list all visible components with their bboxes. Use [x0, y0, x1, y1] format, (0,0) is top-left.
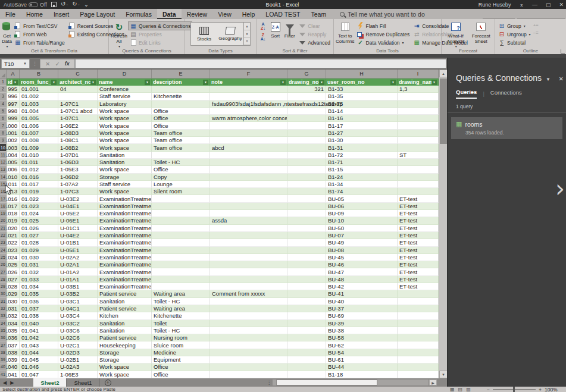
cell-architect_no[interactable]: U-02A3: [58, 363, 98, 371]
cell-note[interactable]: abcd: [210, 144, 287, 151]
cell-room_func_no[interactable]: 01.029: [20, 247, 58, 254]
customize-qat-icon[interactable]: ⌄: [84, 2, 89, 8]
ungroup-button[interactable]: Ungroup▾: [497, 30, 532, 38]
cell-name[interactable]: Storage: [98, 174, 152, 181]
cell-id[interactable]: 1039: [7, 356, 20, 363]
cell-description[interactable]: Copy: [152, 174, 210, 181]
cell-user_room_no[interactable]: BU-44: [326, 363, 398, 371]
table-header-note[interactable]: note▼: [210, 79, 287, 86]
confirm-entry-icon[interactable]: ✓: [55, 61, 60, 67]
cell-description[interactable]: Office: [152, 363, 210, 371]
column-header-c[interactable]: C: [58, 70, 98, 79]
formula-bar-handle[interactable]: ⋮: [30, 61, 40, 67]
cell-user_room_no[interactable]: B1-24: [326, 174, 398, 181]
cell-drawing_no[interactable]: [287, 247, 326, 254]
cell-name[interactable]: Housekeeping: [98, 341, 152, 349]
cell-description[interactable]: Team office: [152, 144, 210, 151]
sort-button[interactable]: Z·A Sort: [269, 20, 282, 39]
row-header-11[interactable]: 11: [0, 152, 7, 159]
menu-tab-load-test[interactable]: LOAD TEST: [260, 9, 305, 19]
edit-links-button[interactable]: Edit Links: [129, 39, 192, 46]
cell-note[interactable]: [210, 137, 287, 144]
cell-drawing_no[interactable]: [287, 166, 326, 173]
cell-name[interactable]: Work space: [98, 371, 152, 378]
from-text-csv-button[interactable]: From Text/CSV: [13, 22, 66, 30]
row-header-19[interactable]: 19: [0, 210, 7, 217]
cell-room_func_no[interactable]: 01.025: [20, 217, 58, 224]
row-header-23[interactable]: 23: [0, 239, 7, 246]
cell-drawing_name[interactable]: [398, 137, 439, 144]
filter-dropdown-icon[interactable]: ▼: [145, 80, 150, 85]
cell-drawing_name[interactable]: [398, 181, 439, 188]
cell-id[interactable]: 1020: [7, 225, 20, 232]
cell-name[interactable]: ExaminationTreatment: [98, 247, 152, 254]
zoom-out-icon[interactable]: −: [487, 387, 490, 392]
cell-id[interactable]: 1035: [7, 327, 20, 334]
cell-user_room_no[interactable]: BU-48: [326, 276, 398, 283]
cell-drawing_name[interactable]: [398, 363, 439, 371]
cell-drawing_no[interactable]: [287, 188, 326, 195]
tell-me-search[interactable]: Tell me what you want to do: [340, 11, 425, 18]
row-header-26[interactable]: 26: [0, 261, 7, 268]
cell-description[interactable]: Kitchenette: [152, 312, 210, 319]
page-layout-view-icon[interactable]: ▤: [458, 387, 463, 392]
cell-description[interactable]: Nursing room: [152, 334, 210, 341]
gallery-more-icon[interactable]: ⊽: [244, 37, 250, 45]
cell-room_func_no[interactable]: 01.038: [20, 312, 58, 319]
redo-icon[interactable]: ↻▾: [72, 1, 79, 8]
cell-name[interactable]: ExaminationTreatment: [98, 195, 152, 202]
close-icon[interactable]: ✕: [559, 2, 564, 8]
cell-drawing_name[interactable]: [398, 122, 439, 129]
filter-dropdown-icon[interactable]: ▼: [12, 80, 18, 85]
cell-drawing_name[interactable]: [398, 312, 439, 319]
cell-note[interactable]: [210, 210, 287, 217]
cell-name[interactable]: Work space: [98, 130, 152, 137]
cell-room_func_no[interactable]: 01.007: [20, 130, 58, 137]
cell-drawing_no[interactable]: [287, 217, 326, 224]
cell-description[interactable]: Equipment: [152, 356, 210, 363]
row-header-37[interactable]: 37: [0, 341, 7, 349]
cell-note[interactable]: [210, 86, 287, 93]
row-header-18[interactable]: 18: [0, 203, 7, 210]
cell-note[interactable]: [210, 122, 287, 129]
cell-note[interactable]: [210, 130, 287, 137]
cell-room_func_no[interactable]: 01.005: [20, 115, 58, 122]
vertical-scroll-thumb[interactable]: [440, 79, 447, 144]
cell-name[interactable]: Work space: [98, 166, 152, 173]
cell-architect_no[interactable]: U-04C1: [58, 305, 98, 312]
cell-description[interactable]: [152, 217, 210, 224]
zoom-in-icon[interactable]: +: [539, 387, 542, 392]
cell-name[interactable]: Sanitation: [98, 298, 152, 305]
cell-note[interactable]: [210, 159, 287, 166]
cell-architect_no[interactable]: 1-07C1: [58, 115, 98, 122]
row-header-33[interactable]: 33: [0, 312, 7, 319]
cell-drawing_name[interactable]: [398, 290, 439, 297]
cell-user_room_no[interactable]: B1-18: [326, 371, 398, 378]
sheet-tab-sheet2[interactable]: Sheet2: [33, 378, 67, 387]
horizontal-scroll-thumb[interactable]: [276, 380, 377, 385]
menu-tab-view[interactable]: View: [212, 9, 237, 19]
cell-note[interactable]: warm atmosphere,color concept: [210, 115, 287, 122]
cell-note[interactable]: [210, 93, 287, 100]
cell-name[interactable]: ExaminationTreatment: [98, 276, 152, 283]
forecast-sheet-button[interactable]: Forecast Sheet: [469, 20, 493, 44]
row-header-25[interactable]: 25: [0, 254, 7, 261]
cell-name[interactable]: ExaminationTreatment: [98, 283, 152, 290]
row-header-28[interactable]: 28: [0, 276, 7, 283]
cell-drawing_name[interactable]: ET-test: [398, 247, 439, 254]
row-header-36[interactable]: 36: [0, 334, 7, 341]
cell-id[interactable]: 1021: [7, 232, 20, 239]
cell-note[interactable]: [210, 298, 287, 305]
zoom-level[interactable]: 100%: [545, 387, 558, 392]
cell-description[interactable]: Office: [152, 122, 210, 129]
stocks-button[interactable]: Stocks: [191, 23, 217, 45]
cell-architect_no[interactable]: 1-08B2: [58, 144, 98, 151]
cell-architect_no[interactable]: U-02A1: [58, 261, 98, 268]
cell-drawing_no[interactable]: [287, 290, 326, 297]
cell-user_room_no[interactable]: B1-34: [326, 181, 398, 188]
cell-description[interactable]: [152, 261, 210, 268]
cell-id[interactable]: 1018: [7, 210, 20, 217]
cell-user_room_no[interactable]: BU-45: [326, 254, 398, 261]
cell-id[interactable]: 1029: [7, 290, 20, 297]
scroll-down-icon[interactable]: ▼: [439, 371, 448, 378]
